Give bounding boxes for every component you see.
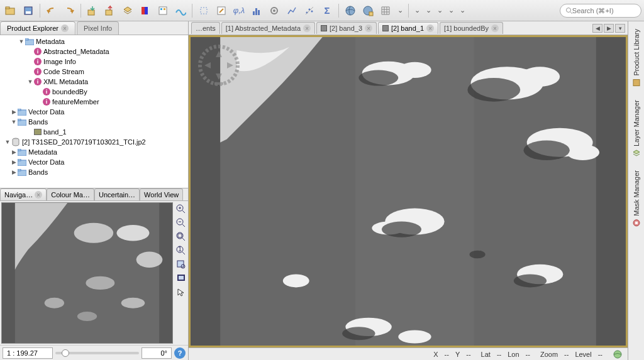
tree-node-code-stream[interactable]: iCode Stream: [0, 67, 188, 77]
undo-icon[interactable]: [43, 3, 60, 19]
close-icon[interactable]: ×: [61, 25, 69, 32]
tree-node-boundedby[interactable]: iboundedBy: [0, 87, 188, 97]
globe-icon[interactable]: [342, 3, 358, 19]
tree-node-bands[interactable]: ▼Bands: [0, 117, 188, 127]
redo-icon[interactable]: [61, 3, 77, 19]
tab-label: [1] Abstracted_Metadata: [226, 25, 301, 32]
dropdown-icon[interactable]: ⌄: [412, 3, 422, 18]
tab-uncertainty[interactable]: Uncertain…: [94, 188, 140, 200]
close-icon[interactable]: ×: [35, 191, 42, 199]
search-box[interactable]: [560, 4, 641, 18]
save-all-icon[interactable]: [20, 3, 36, 19]
palette-icon[interactable]: [155, 3, 171, 19]
svg-point-61: [398, 62, 431, 78]
slider-thumb[interactable]: [62, 349, 69, 357]
tree-node-bands2[interactable]: ▶Bands: [0, 167, 188, 177]
zoom-fit-icon[interactable]: [175, 231, 187, 243]
import-icon[interactable]: [84, 3, 101, 19]
tree-node-metadata[interactable]: ▼Metadata: [0, 36, 188, 46]
zoom-actual-icon[interactable]: 1: [175, 245, 187, 256]
separator: [40, 4, 40, 18]
globe-layers-icon[interactable]: [360, 3, 376, 19]
gear-icon[interactable]: [266, 3, 282, 19]
cursor-icon[interactable]: [175, 286, 187, 298]
tree-node-product2[interactable]: ▼[2] T31SED_20170719T103021_TCI.jp2: [0, 137, 188, 147]
dropdown-icon[interactable]: ⌄: [423, 3, 433, 18]
sigma-icon[interactable]: Σ: [319, 3, 335, 19]
chart-icon[interactable]: [284, 3, 300, 19]
separator: [192, 4, 192, 18]
tab-product-explorer[interactable]: Product Explorer×: [0, 21, 75, 35]
svg-point-24: [567, 8, 571, 12]
sync-icon[interactable]: [175, 273, 187, 284]
layer-icon[interactable]: [119, 3, 136, 19]
dropdown-icon[interactable]: ⌄: [446, 3, 456, 18]
status-value: --: [564, 351, 569, 358]
info-icon: i: [43, 88, 50, 95]
color-icon[interactable]: [137, 3, 153, 19]
rail-product-library[interactable]: Product Library: [631, 25, 642, 91]
editor-tab-band1[interactable]: [2] band_1×: [378, 22, 438, 34]
zoom-slider[interactable]: [55, 352, 139, 354]
layers-icon: [632, 149, 641, 158]
tab-world-view[interactable]: World View: [140, 188, 183, 200]
globe-status-icon[interactable]: [613, 349, 623, 359]
histogram-icon[interactable]: [248, 3, 265, 19]
edit-icon[interactable]: [213, 3, 230, 19]
rotation-input[interactable]: 0°: [142, 347, 172, 359]
tree-node-vector-data[interactable]: ▶Vector Data: [0, 107, 188, 117]
product-tree[interactable]: ▼Metadata iAbstracted_Metadata iImage In…: [0, 35, 188, 188]
zoom-in-icon[interactable]: [175, 204, 187, 215]
close-icon[interactable]: ×: [491, 25, 499, 32]
tree-node-image-info[interactable]: iImage Info: [0, 57, 188, 67]
left-panel-tabs: Product Explorer× Pixel Info: [0, 21, 188, 35]
zoom-area-icon[interactable]: [175, 259, 187, 270]
close-icon[interactable]: ×: [365, 25, 372, 32]
dropdown-icon[interactable]: ⌄: [395, 3, 405, 18]
main-toolbar: φ,λ Σ ⌄ ⌄ ⌄ ⌄ ⌄ ⌄: [0, 0, 644, 21]
tab-list-icon[interactable]: ▾: [615, 24, 625, 33]
tree-node-vectordata2[interactable]: ▶Vector Data: [0, 157, 188, 167]
status-label: Lon: [508, 351, 519, 358]
grid-icon[interactable]: [377, 3, 394, 19]
scroll-right-icon[interactable]: ▶: [604, 24, 614, 33]
tree-label: boundedBy: [52, 88, 87, 95]
editor-tab-band3[interactable]: [2] band_3×: [316, 22, 377, 34]
rail-label: Layer Manager: [633, 100, 640, 146]
phi-lambda-icon[interactable]: φ,λ: [231, 3, 247, 19]
crop-icon[interactable]: [196, 3, 212, 19]
tree-node-metadata2[interactable]: ▶Metadata: [0, 147, 188, 157]
pan-compass-icon[interactable]: [197, 43, 241, 87]
tree-node-featuremember[interactable]: ifeatureMember: [0, 97, 188, 107]
tree-node-xml-metadata[interactable]: ▼iXML Metadata: [0, 77, 188, 87]
close-icon[interactable]: ×: [426, 25, 434, 32]
tab-label: …ents: [196, 25, 216, 32]
rail-mask-manager[interactable]: Mask Manager: [631, 166, 642, 231]
tab-navigation[interactable]: Naviga…×: [0, 188, 47, 200]
zoom-out-icon[interactable]: [175, 217, 187, 229]
scroll-left-icon[interactable]: ◀: [592, 24, 602, 33]
tab-pixel-info[interactable]: Pixel Info: [77, 21, 119, 35]
editor-tab-boundedby[interactable]: [1] boundedBy×: [440, 22, 503, 34]
tree-node-abstracted-metadata[interactable]: iAbstracted_Metadata: [0, 46, 188, 57]
rail-layer-manager[interactable]: Layer Manager: [631, 96, 642, 161]
export-icon[interactable]: [102, 3, 118, 19]
navigation-thumbnail[interactable]: [1, 202, 173, 344]
close-icon[interactable]: ×: [303, 25, 311, 32]
dropdown-icon[interactable]: ⌄: [435, 3, 445, 18]
search-input[interactable]: [572, 7, 636, 14]
image-view[interactable]: [189, 35, 628, 347]
svg-rect-30: [18, 119, 21, 121]
scale-input[interactable]: 1 : 199.27: [3, 347, 53, 359]
dropdown-icon[interactable]: ⌄: [457, 3, 467, 18]
tab-colour-manipulation[interactable]: Colour Ma…: [47, 188, 94, 200]
wave-icon[interactable]: [172, 3, 189, 19]
tree-node-band1[interactable]: band_1: [0, 127, 188, 137]
help-icon[interactable]: ?: [174, 347, 186, 359]
svg-point-46: [121, 298, 145, 308]
open-file-icon[interactable]: [3, 3, 19, 19]
editor-tab-abstracted-metadata[interactable]: [1] Abstracted_Metadata×: [221, 22, 315, 34]
scatter-icon[interactable]: [301, 3, 318, 19]
band-swatch-icon: [321, 25, 327, 31]
editor-tab-ents[interactable]: …ents: [191, 22, 220, 34]
